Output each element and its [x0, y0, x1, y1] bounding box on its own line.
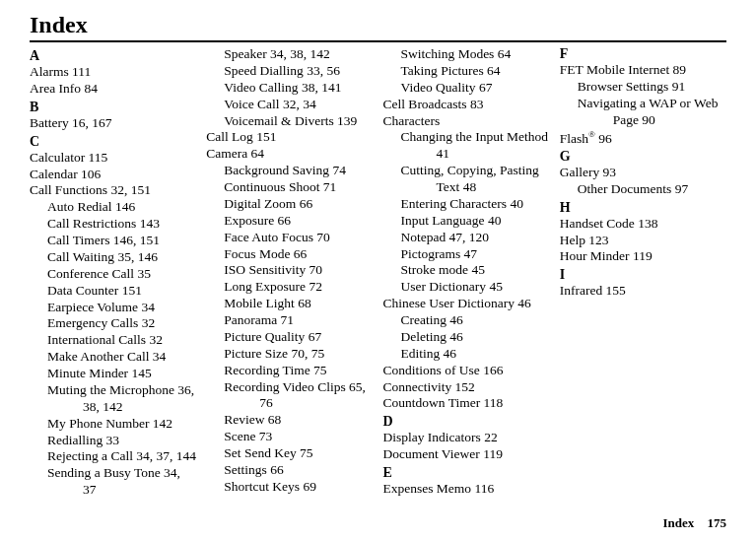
index-entry: Pictograms 47: [401, 246, 550, 263]
index-entry: Call Log 151: [206, 129, 373, 146]
index-entry: Emergency Calls 32: [47, 315, 196, 332]
index-entry: Browser Settings 91: [578, 79, 726, 96]
index-entry: Face Auto Focus 70: [224, 230, 373, 246]
index-entry: Characters: [383, 113, 550, 130]
index-entry: Earpiece Volume 34: [47, 300, 196, 316]
index-entry: My Phone Number 142: [83, 416, 196, 433]
index-entry: Changing the Input Method 41: [437, 129, 550, 163]
index-letter: I: [560, 267, 726, 283]
flash-suffix: 96: [595, 130, 612, 145]
index-entry: Data Counter 151: [47, 283, 196, 300]
index-letter: E: [383, 465, 550, 481]
index-entry: Notepad 47, 120: [401, 230, 550, 246]
index-entry: Help 123: [560, 233, 726, 249]
page-title: Index: [30, 12, 726, 42]
index-entry: Calendar 106: [30, 167, 196, 183]
index-entry: Exposure 66: [224, 213, 373, 230]
index-entry: Call Functions 32, 151: [30, 182, 196, 199]
index-entry: Review 68: [224, 412, 373, 429]
index-entry: Redialling 33: [47, 433, 196, 449]
index-entry: Call Restrictions 143: [47, 216, 196, 233]
index-entry: Expenses Memo 116: [383, 481, 550, 498]
index-entry: Muting the Microphone 36, 38, 142: [83, 382, 196, 416]
index-entry: Switching Modes 64: [401, 46, 550, 63]
index-entry: Picture Quality 67: [224, 329, 373, 346]
index-entry: Conference Call 35: [47, 266, 196, 283]
registered-icon: ®: [588, 129, 595, 139]
index-entry: Editing 46: [401, 346, 550, 363]
index-entry: Voicemail & Diverts 139: [259, 113, 373, 130]
index-entry: Connectivity 152: [383, 379, 550, 396]
index-entry: Cutting, Copying, Pasting Text 48: [437, 163, 550, 196]
index-columns: A Alarms 111 Area Info 84 B Battery 16, …: [30, 46, 726, 500]
flash-prefix: Flash: [560, 130, 588, 145]
index-entry: User Dictionary 45: [401, 279, 550, 296]
page-footer: Index 175: [662, 515, 726, 531]
index-letter: A: [30, 48, 196, 64]
index-entry: Flash® 96: [560, 129, 726, 147]
index-entry: Handset Code 138: [560, 216, 726, 233]
index-entry: International Calls 32: [47, 332, 196, 349]
footer-page-number: 175: [708, 515, 727, 530]
index-entry: Deleting 46: [401, 329, 550, 346]
index-entry: Navigating a WAP or Web Page 90: [613, 96, 726, 129]
index-entry: Panorama 71: [224, 312, 373, 329]
index-entry: Video Calling 38, 141: [224, 80, 373, 97]
index-entry: Calculator 115: [30, 150, 196, 167]
index-entry: Camera 64: [206, 146, 373, 163]
index-entry: Long Exposure 72: [224, 279, 373, 296]
index-letter: H: [560, 200, 726, 216]
index-entry: Alarms 111: [30, 64, 196, 81]
index-entry: Call Timers 146, 151: [47, 233, 196, 249]
index-entry: Stroke mode 45: [401, 262, 550, 279]
index-entry: Call Waiting 35, 146: [47, 249, 196, 266]
index-entry: Auto Redial 146: [47, 199, 196, 216]
index-entry: Scene 73: [224, 429, 373, 445]
index-letter: C: [30, 134, 196, 150]
index-entry: Video Quality 67: [401, 80, 550, 97]
footer-label: Index: [662, 515, 694, 530]
index-entry: Shortcut Keys 69: [224, 479, 373, 496]
index-entry: FET Mobile Internet 89: [560, 62, 726, 79]
index-letter: D: [383, 414, 550, 430]
index-entry: Other Documents 97: [578, 181, 726, 198]
index-entry: Document Viewer 119: [383, 446, 550, 463]
index-entry: Infrared 155: [560, 283, 726, 300]
index-entry: Speaker 34, 38, 142: [224, 46, 373, 63]
index-entry: Countdown Timer 118: [383, 395, 550, 412]
index-letter: G: [560, 149, 726, 165]
index-entry: Digital Zoom 66: [224, 196, 373, 213]
index-entry: Conditions of Use 166: [383, 363, 550, 379]
index-entry: Input Language 40: [401, 213, 550, 230]
index-entry: Mobile Light 68: [224, 296, 373, 312]
index-entry: Background Saving 74: [224, 163, 373, 179]
index-entry: Minute Minder 145: [47, 366, 196, 382]
index-entry: Focus Mode 66: [224, 246, 373, 263]
index-letter: B: [30, 100, 196, 115]
index-entry: Rejecting a Call 34, 37, 144: [83, 448, 196, 465]
index-entry: Cell Broadcasts 83: [383, 97, 550, 113]
index-entry: Chinese User Dictionary 46: [419, 296, 550, 312]
index-entry: Settings 66: [224, 462, 373, 479]
index-letter: F: [560, 46, 726, 62]
index-entry: Display Indicators 22: [383, 430, 550, 446]
index-entry: Recording Time 75: [224, 363, 373, 379]
index-entry: Picture Size 70, 75: [224, 346, 373, 363]
index-entry: Sending a Busy Tone 34, 37: [83, 465, 196, 499]
index-entry: Make Another Call 34: [47, 349, 196, 366]
index-entry: Taking Pictures 64: [401, 63, 550, 80]
index-entry: Hour Minder 119: [560, 248, 726, 265]
index-entry: Battery 16, 167: [30, 115, 196, 132]
index-entry: Creating 46: [401, 312, 550, 329]
index-entry: Recording Video Clips 65, 76: [259, 379, 373, 413]
index-entry: Gallery 93: [560, 165, 726, 181]
index-entry: Speed Dialling 33, 56: [224, 63, 373, 80]
index-entry: Entering Characters 40: [401, 196, 550, 213]
index-entry: Area Info 84: [30, 81, 196, 98]
index-entry: Set Send Key 75: [224, 445, 373, 462]
index-entry: Voice Call 32, 34: [224, 97, 373, 113]
index-entry: Continuous Shoot 71: [224, 179, 373, 196]
index-entry: ISO Sensitivity 70: [224, 262, 373, 279]
